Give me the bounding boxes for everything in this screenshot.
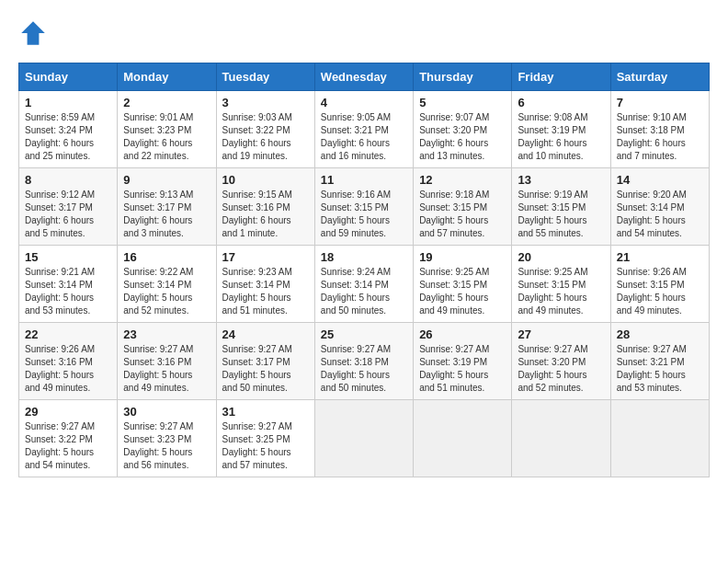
table-row: 17Sunrise: 9:23 AM Sunset: 3:14 PM Dayli… bbox=[216, 246, 314, 323]
table-row: 5Sunrise: 9:07 AM Sunset: 3:20 PM Daylig… bbox=[414, 91, 512, 168]
day-number: 31 bbox=[222, 405, 309, 419]
day-info: Sunrise: 9:27 AM Sunset: 3:18 PM Dayligh… bbox=[321, 343, 407, 395]
header-thursday: Thursday bbox=[414, 63, 512, 91]
day-info: Sunrise: 9:16 AM Sunset: 3:15 PM Dayligh… bbox=[321, 189, 407, 240]
calendar-week-1: 1Sunrise: 8:59 AM Sunset: 3:24 PM Daylig… bbox=[19, 91, 710, 168]
table-row bbox=[414, 400, 512, 477]
day-info: Sunrise: 9:20 AM Sunset: 3:14 PM Dayligh… bbox=[617, 189, 703, 240]
table-row: 20Sunrise: 9:25 AM Sunset: 3:15 PM Dayli… bbox=[512, 246, 610, 323]
header-friday: Friday bbox=[512, 63, 610, 91]
header-tuesday: Tuesday bbox=[216, 63, 314, 91]
day-number: 17 bbox=[222, 250, 309, 264]
day-info: Sunrise: 9:12 AM Sunset: 3:17 PM Dayligh… bbox=[25, 189, 111, 240]
calendar-week-5: 29Sunrise: 9:27 AM Sunset: 3:22 PM Dayli… bbox=[19, 400, 710, 477]
table-row: 6Sunrise: 9:08 AM Sunset: 3:19 PM Daylig… bbox=[512, 91, 610, 168]
day-info: Sunrise: 9:19 AM Sunset: 3:15 PM Dayligh… bbox=[518, 189, 604, 240]
table-row: 9Sunrise: 9:13 AM Sunset: 3:17 PM Daylig… bbox=[118, 168, 216, 246]
day-info: Sunrise: 9:26 AM Sunset: 3:16 PM Dayligh… bbox=[25, 343, 111, 395]
day-number: 2 bbox=[123, 96, 210, 109]
day-info: Sunrise: 9:22 AM Sunset: 3:14 PM Dayligh… bbox=[123, 266, 210, 317]
day-info: Sunrise: 9:27 AM Sunset: 3:21 PM Dayligh… bbox=[617, 343, 703, 395]
calendar-table: Sunday Monday Tuesday Wednesday Thursday… bbox=[18, 63, 710, 477]
table-row: 8Sunrise: 9:12 AM Sunset: 3:17 PM Daylig… bbox=[19, 168, 118, 246]
table-row: 12Sunrise: 9:18 AM Sunset: 3:15 PM Dayli… bbox=[414, 168, 512, 246]
day-info: Sunrise: 9:21 AM Sunset: 3:14 PM Dayligh… bbox=[25, 266, 111, 317]
day-info: Sunrise: 9:27 AM Sunset: 3:25 PM Dayligh… bbox=[222, 420, 309, 472]
table-row: 7Sunrise: 9:10 AM Sunset: 3:18 PM Daylig… bbox=[610, 91, 709, 168]
table-row: 13Sunrise: 9:19 AM Sunset: 3:15 PM Dayli… bbox=[512, 168, 610, 246]
day-number: 4 bbox=[321, 96, 407, 109]
table-row: 25Sunrise: 9:27 AM Sunset: 3:18 PM Dayli… bbox=[314, 323, 413, 400]
day-number: 30 bbox=[123, 405, 210, 419]
day-number: 20 bbox=[518, 250, 604, 264]
day-info: Sunrise: 9:03 AM Sunset: 3:22 PM Dayligh… bbox=[222, 111, 309, 163]
header-monday: Monday bbox=[118, 63, 216, 91]
day-info: Sunrise: 9:23 AM Sunset: 3:14 PM Dayligh… bbox=[222, 266, 309, 317]
table-row: 10Sunrise: 9:15 AM Sunset: 3:16 PM Dayli… bbox=[216, 168, 314, 246]
day-info: Sunrise: 9:25 AM Sunset: 3:15 PM Dayligh… bbox=[419, 266, 506, 317]
header-sunday: Sunday bbox=[19, 63, 118, 91]
day-number: 22 bbox=[25, 327, 111, 341]
table-row: 29Sunrise: 9:27 AM Sunset: 3:22 PM Dayli… bbox=[19, 400, 118, 477]
table-row: 21Sunrise: 9:26 AM Sunset: 3:15 PM Dayli… bbox=[610, 246, 709, 323]
day-number: 28 bbox=[617, 327, 703, 341]
day-info: Sunrise: 9:26 AM Sunset: 3:15 PM Dayligh… bbox=[617, 266, 703, 317]
day-number: 19 bbox=[419, 250, 506, 264]
table-row bbox=[314, 400, 413, 477]
day-number: 26 bbox=[419, 327, 506, 341]
day-info: Sunrise: 9:01 AM Sunset: 3:23 PM Dayligh… bbox=[123, 111, 210, 163]
table-row: 24Sunrise: 9:27 AM Sunset: 3:17 PM Dayli… bbox=[216, 323, 314, 400]
header-saturday: Saturday bbox=[610, 63, 709, 91]
day-info: Sunrise: 9:10 AM Sunset: 3:18 PM Dayligh… bbox=[617, 111, 703, 163]
day-number: 15 bbox=[25, 250, 111, 264]
header-wednesday: Wednesday bbox=[314, 63, 413, 91]
weekday-header-row: Sunday Monday Tuesday Wednesday Thursday… bbox=[19, 63, 710, 91]
table-row: 14Sunrise: 9:20 AM Sunset: 3:14 PM Dayli… bbox=[610, 168, 709, 246]
table-row: 3Sunrise: 9:03 AM Sunset: 3:22 PM Daylig… bbox=[216, 91, 314, 168]
day-number: 12 bbox=[419, 173, 506, 187]
table-row: 2Sunrise: 9:01 AM Sunset: 3:23 PM Daylig… bbox=[118, 91, 216, 168]
day-number: 29 bbox=[25, 405, 111, 419]
day-number: 14 bbox=[617, 173, 703, 187]
table-row: 18Sunrise: 9:24 AM Sunset: 3:14 PM Dayli… bbox=[314, 246, 413, 323]
day-info: Sunrise: 9:27 AM Sunset: 3:16 PM Dayligh… bbox=[123, 343, 210, 395]
day-number: 10 bbox=[222, 173, 309, 187]
table-row: 22Sunrise: 9:26 AM Sunset: 3:16 PM Dayli… bbox=[19, 323, 118, 400]
day-info: Sunrise: 9:07 AM Sunset: 3:20 PM Dayligh… bbox=[419, 111, 506, 163]
calendar-week-2: 8Sunrise: 9:12 AM Sunset: 3:17 PM Daylig… bbox=[19, 168, 710, 246]
day-number: 18 bbox=[321, 250, 407, 264]
page-header bbox=[18, 18, 710, 48]
day-number: 3 bbox=[222, 96, 309, 109]
table-row: 27Sunrise: 9:27 AM Sunset: 3:20 PM Dayli… bbox=[512, 323, 610, 400]
day-info: Sunrise: 9:15 AM Sunset: 3:16 PM Dayligh… bbox=[222, 189, 309, 240]
day-number: 5 bbox=[419, 96, 506, 109]
day-info: Sunrise: 9:24 AM Sunset: 3:14 PM Dayligh… bbox=[321, 266, 407, 317]
table-row: 1Sunrise: 8:59 AM Sunset: 3:24 PM Daylig… bbox=[19, 91, 118, 168]
day-info: Sunrise: 9:13 AM Sunset: 3:17 PM Dayligh… bbox=[123, 189, 210, 240]
table-row: 19Sunrise: 9:25 AM Sunset: 3:15 PM Dayli… bbox=[414, 246, 512, 323]
day-number: 7 bbox=[617, 96, 703, 109]
table-row: 30Sunrise: 9:27 AM Sunset: 3:23 PM Dayli… bbox=[118, 400, 216, 477]
table-row bbox=[610, 400, 709, 477]
day-info: Sunrise: 9:18 AM Sunset: 3:15 PM Dayligh… bbox=[419, 189, 506, 240]
day-info: Sunrise: 9:27 AM Sunset: 3:19 PM Dayligh… bbox=[419, 343, 506, 395]
svg-marker-0 bbox=[21, 21, 45, 45]
day-number: 8 bbox=[25, 173, 111, 187]
day-info: Sunrise: 8:59 AM Sunset: 3:24 PM Dayligh… bbox=[25, 111, 111, 163]
logo-icon bbox=[18, 18, 48, 48]
day-number: 6 bbox=[518, 96, 604, 109]
day-info: Sunrise: 9:27 AM Sunset: 3:22 PM Dayligh… bbox=[25, 420, 111, 472]
day-info: Sunrise: 9:25 AM Sunset: 3:15 PM Dayligh… bbox=[518, 266, 604, 317]
day-info: Sunrise: 9:27 AM Sunset: 3:20 PM Dayligh… bbox=[518, 343, 604, 395]
table-row: 11Sunrise: 9:16 AM Sunset: 3:15 PM Dayli… bbox=[314, 168, 413, 246]
calendar-week-4: 22Sunrise: 9:26 AM Sunset: 3:16 PM Dayli… bbox=[19, 323, 710, 400]
table-row: 4Sunrise: 9:05 AM Sunset: 3:21 PM Daylig… bbox=[314, 91, 413, 168]
logo bbox=[18, 18, 51, 48]
day-number: 27 bbox=[518, 327, 604, 341]
table-row: 23Sunrise: 9:27 AM Sunset: 3:16 PM Dayli… bbox=[118, 323, 216, 400]
day-info: Sunrise: 9:27 AM Sunset: 3:17 PM Dayligh… bbox=[222, 343, 309, 395]
day-info: Sunrise: 9:08 AM Sunset: 3:19 PM Dayligh… bbox=[518, 111, 604, 163]
day-number: 9 bbox=[123, 173, 210, 187]
table-row: 28Sunrise: 9:27 AM Sunset: 3:21 PM Dayli… bbox=[610, 323, 709, 400]
table-row: 26Sunrise: 9:27 AM Sunset: 3:19 PM Dayli… bbox=[414, 323, 512, 400]
